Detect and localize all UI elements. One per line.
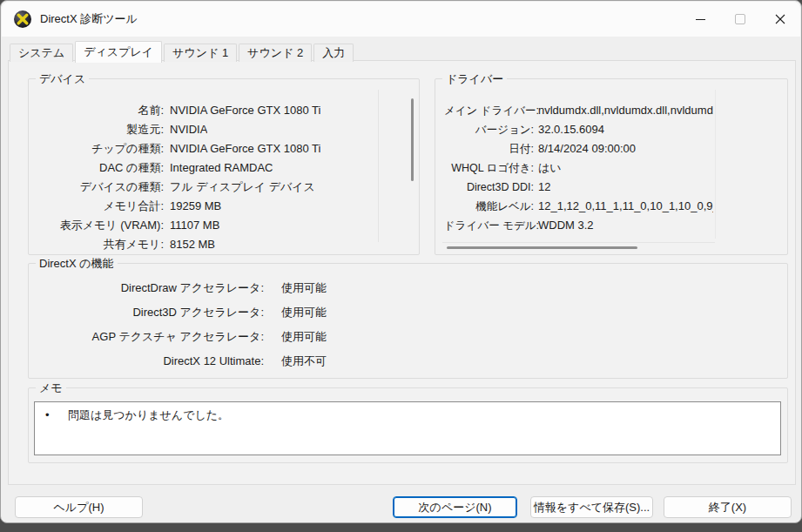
field-label: 機能レベル: [444, 199, 534, 213]
field-value: 8152 MB [170, 238, 215, 252]
titlebar[interactable]: DirectX 診断ツール [2, 2, 800, 37]
window-title: DirectX 診断ツール [40, 11, 138, 27]
notes-group-title: メモ [36, 381, 66, 394]
directx-app-icon [13, 10, 32, 29]
field-label: DirectX 12 Ultimate: [39, 354, 264, 368]
driver-row-driver-model: ドライバー モデル: WDDM 3.2 [444, 219, 713, 232]
tab-sound2[interactable]: サウンド 2 [239, 44, 312, 62]
field-value: NVIDIA GeForce GTX 1080 Ti [170, 142, 320, 156]
field-label: 製造元: [37, 123, 164, 137]
bullet-icon: • [45, 408, 68, 422]
notes-textbox[interactable]: • 問題は見つかりませんでした。 [34, 401, 781, 455]
driver-groupbox: ドライバー メイン ドライバー: nvldumdx.dll,nvldumdx.d… [435, 78, 788, 255]
driver-scroll-area-right-edge [715, 90, 716, 239]
close-icon [775, 14, 785, 24]
driver-row-d3d-ddi: Direct3D DDI: 12 [444, 180, 713, 194]
tab-input[interactable]: 入力 [313, 44, 354, 62]
feature-row-directdraw: DirectDraw アクセラレータ: 使用可能 [39, 281, 777, 295]
feature-row-direct3d: Direct3D アクセラレータ: 使用可能 [39, 306, 777, 320]
device-scroll-area-edge [378, 90, 379, 242]
driver-rows: メイン ドライバー: nvldumdx.dll,nvldumdx.dll,nvl… [444, 104, 713, 238]
field-label: WHQL ロゴ付き: [444, 161, 534, 175]
field-value: NVIDIA [170, 123, 207, 137]
maximize-icon [735, 14, 745, 24]
driver-row-main-driver: メイン ドライバー: nvldumdx.dll,nvldumdx.dll,nvl… [444, 104, 713, 118]
field-label: メイン ドライバー: [444, 104, 534, 118]
field-value: 使用可能 [281, 306, 327, 320]
driver-row-feature-levels: 機能レベル: 12_1,12_0,11_1,11_0,10_1,10_0,9_3… [444, 199, 713, 213]
field-label: 日付: [444, 142, 534, 156]
field-value: 使用不可 [281, 354, 327, 368]
display-tab-page: デバイス 名前: NVIDIA GeForce GTX 1080 Ti 製造元:… [8, 60, 796, 485]
driver-row-version: バージョン: 32.0.15.6094 [444, 123, 713, 137]
field-label: デバイスの種類: [37, 180, 164, 194]
device-row-vram: 表示メモリ (VRAM): 11107 MB [37, 219, 388, 232]
field-label: 共有メモリ: [37, 238, 164, 252]
minimize-icon [696, 19, 705, 20]
minimize-button[interactable] [680, 2, 720, 37]
field-value: フル ディスプレイ デバイス [170, 180, 315, 194]
notes-groupbox: メモ • 問題は見つかりませんでした。 [28, 387, 788, 463]
field-label: AGP テクスチャ アクセラレータ: [39, 330, 264, 344]
dxdiag-window: DirectX 診断ツール システム ディスプレイ サウンド 1 サウンド 2 … [0, 0, 802, 523]
field-label: バージョン: [444, 123, 534, 137]
notes-line: • 問題は見つかりませんでした。 [45, 408, 780, 422]
driver-group-title: ドライバー [442, 72, 507, 85]
driver-row-whql: WHQL ロゴ付き: はい [444, 161, 713, 175]
field-value: NVIDIA GeForce GTX 1080 Ti [170, 104, 320, 118]
device-row-dac-type: DAC の種類: Integrated RAMDAC [37, 161, 388, 175]
device-row-manufacturer: 製造元: NVIDIA [37, 123, 388, 137]
device-groupbox: デバイス 名前: NVIDIA GeForce GTX 1080 Ti 製造元:… [28, 78, 420, 255]
device-row-name: 名前: NVIDIA GeForce GTX 1080 Ti [37, 104, 388, 118]
field-value: 32.0.15.6094 [538, 123, 604, 137]
tab-strip: システム ディスプレイ サウンド 1 サウンド 2 入力 [10, 41, 355, 62]
field-value: 19259 MB [170, 199, 221, 213]
field-value: 使用可能 [281, 330, 327, 344]
device-row-total-memory: メモリ合計: 19259 MB [37, 199, 388, 213]
tab-display[interactable]: ディスプレイ [75, 41, 162, 63]
driver-scroll-area-edge [442, 242, 715, 243]
field-value: WDDM 3.2 [538, 219, 594, 232]
notes-text: 問題は見つかりませんでした。 [68, 408, 229, 422]
field-label: メモリ合計: [37, 199, 164, 213]
close-button[interactable] [760, 2, 800, 37]
driver-row-date: 日付: 8/14/2024 09:00:00 [444, 142, 713, 156]
device-vertical-scrollbar[interactable] [411, 98, 414, 181]
field-label: 表示メモリ (VRAM): [37, 219, 164, 232]
feature-row-agp: AGP テクスチャ アクセラレータ: 使用可能 [39, 330, 777, 344]
field-value: 11107 MB [170, 219, 219, 232]
field-label: チップの種類: [37, 142, 164, 156]
next-page-button[interactable]: 次のページ(N) [393, 496, 517, 518]
field-value: 12 [538, 180, 550, 194]
field-label: DirectDraw アクセラレータ: [39, 281, 264, 295]
field-value: 8/14/2024 09:00:00 [538, 142, 636, 156]
field-value: 12_1,12_0,11_1,11_0,10_1,10_0,9_3,9_2,9_… [538, 199, 713, 213]
save-all-information-button[interactable]: 情報をすべて保存(S)... [530, 496, 653, 518]
directx-features-groupbox: DirectX の機能 DirectDraw アクセラレータ: 使用可能 Dir… [28, 263, 788, 379]
features-group-title: DirectX の機能 [36, 257, 118, 270]
field-value: はい [538, 161, 562, 175]
device-row-device-type: デバイスの種類: フル ディスプレイ デバイス [37, 180, 388, 194]
field-value: 使用可能 [281, 281, 327, 295]
field-value: nvldumdx.dll,nvldumdx.dll,nvldumdx.dll, [538, 104, 713, 118]
field-value: Integrated RAMDAC [170, 161, 273, 175]
device-rows: 名前: NVIDIA GeForce GTX 1080 Ti 製造元: NVID… [37, 104, 388, 257]
exit-button[interactable]: 終了(X) [664, 496, 792, 518]
feature-row-dx12-ultimate: DirectX 12 Ultimate: 使用不可 [39, 354, 777, 368]
features-rows: DirectDraw アクセラレータ: 使用可能 Direct3D アクセラレー… [39, 281, 777, 379]
field-label: Direct3D DDI: [444, 180, 534, 194]
tab-sound1[interactable]: サウンド 1 [164, 44, 237, 62]
field-label: Direct3D アクセラレータ: [39, 306, 264, 320]
field-label: 名前: [37, 104, 164, 118]
device-row-shared-memory: 共有メモリ: 8152 MB [37, 238, 388, 252]
help-button[interactable]: ヘルプ(H) [15, 496, 143, 518]
field-label: DAC の種類: [37, 161, 164, 175]
driver-horizontal-scrollbar[interactable] [447, 246, 637, 249]
device-group-title: デバイス [36, 72, 89, 85]
device-row-chip-type: チップの種類: NVIDIA GeForce GTX 1080 Ti [37, 142, 388, 156]
tab-system[interactable]: システム [10, 44, 73, 62]
maximize-button [720, 2, 760, 37]
field-label: ドライバー モデル: [444, 219, 534, 232]
